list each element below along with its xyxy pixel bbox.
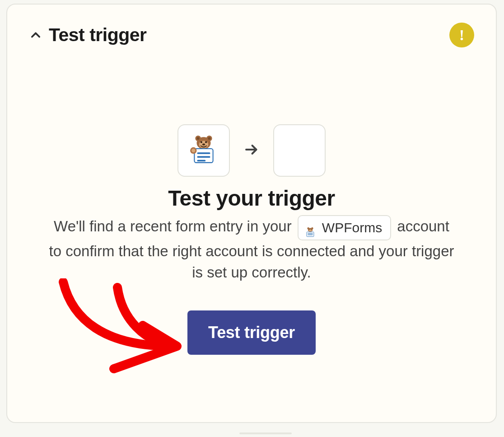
chip-label: WPForms xyxy=(322,218,382,238)
svg-point-8 xyxy=(202,144,205,146)
warning-icon: ! xyxy=(449,23,474,47)
source-app-card xyxy=(177,124,230,177)
title-row[interactable]: Test trigger xyxy=(29,24,147,46)
svg-point-18 xyxy=(311,227,313,229)
svg-point-17 xyxy=(307,227,309,229)
svg-point-6 xyxy=(201,141,202,143)
svg-point-14 xyxy=(191,149,195,152)
svg-point-21 xyxy=(311,229,311,230)
panel-content: Test your trigger We'll find a recent fo… xyxy=(7,124,496,355)
desc-prefix: We'll find a recent form entry in your xyxy=(54,218,296,235)
content-description: We'll find a recent form entry in your xyxy=(48,215,455,283)
divider xyxy=(239,432,292,434)
svg-rect-10 xyxy=(197,152,210,154)
svg-rect-22 xyxy=(307,232,314,237)
account-chip: WPForms xyxy=(298,215,391,240)
svg-point-20 xyxy=(309,229,309,230)
svg-rect-23 xyxy=(308,233,313,234)
svg-point-7 xyxy=(205,141,207,143)
svg-rect-11 xyxy=(197,156,210,158)
target-app-card xyxy=(273,124,326,177)
content-heading: Test your trigger xyxy=(168,186,335,211)
panel-title: Test trigger xyxy=(49,24,147,46)
svg-point-4 xyxy=(208,137,210,140)
svg-rect-24 xyxy=(308,235,313,235)
svg-rect-12 xyxy=(197,160,206,162)
arrow-right-icon xyxy=(243,141,260,160)
test-trigger-button[interactable]: Test trigger xyxy=(187,310,316,355)
wpforms-mascot-icon xyxy=(304,223,317,233)
wpforms-mascot-icon xyxy=(189,135,219,166)
svg-point-19 xyxy=(308,229,312,231)
svg-point-3 xyxy=(197,137,200,140)
panel-header: Test trigger ! xyxy=(29,23,474,47)
chevron-up-icon[interactable] xyxy=(29,28,42,42)
test-trigger-panel: Test trigger ! xyxy=(6,4,497,423)
app-flow-row xyxy=(177,124,326,177)
warning-glyph: ! xyxy=(459,27,464,44)
